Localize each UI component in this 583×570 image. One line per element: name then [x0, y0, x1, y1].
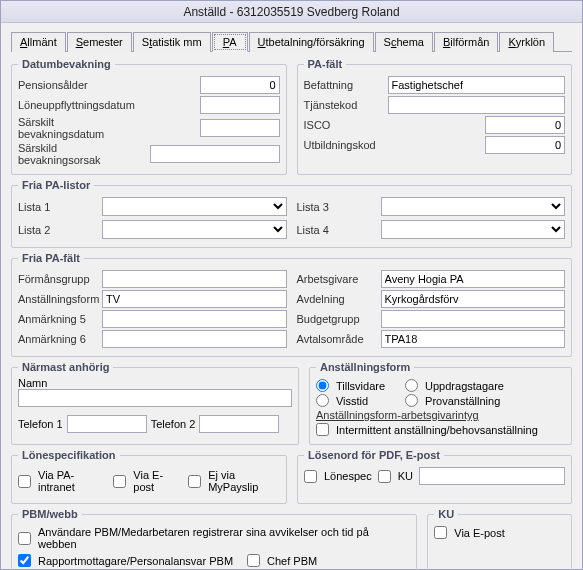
input-arbetsgivare[interactable]	[381, 270, 566, 288]
link-anstallningsform-intyg[interactable]: Anställningsform-arbetsgivarintyg	[316, 409, 565, 421]
check-ej-mypayslip[interactable]	[188, 475, 201, 488]
select-lista2[interactable]	[102, 220, 287, 239]
legend-pbm: PBM/webb	[18, 508, 82, 520]
label-pbm-anvandare: Användare PBM/Medarbetaren registrerar s…	[38, 526, 410, 550]
input-pensionsalder[interactable]	[200, 76, 280, 94]
input-telefon1[interactable]	[67, 415, 147, 433]
input-anmarkning6[interactable]	[102, 330, 287, 348]
label-provanstallning: Provanställning	[425, 395, 500, 407]
label-ej-mypayslip: Ej via MyPayslip	[208, 469, 280, 493]
tab-statistik[interactable]: Statistik mm	[133, 32, 211, 52]
radio-visstid[interactable]	[316, 394, 329, 407]
input-losenord[interactable]	[419, 467, 565, 485]
input-sarskilt-datum[interactable]	[200, 119, 280, 137]
label-avdelning: Avdelning	[297, 293, 377, 305]
legend-datumbevakning: Datumbevakning	[18, 58, 115, 70]
check-pbm-rapport[interactable]	[18, 554, 31, 567]
check-intermittent[interactable]	[316, 423, 329, 436]
input-anmarkning5[interactable]	[102, 310, 287, 328]
legend-narmast: Närmast anhörig	[18, 361, 113, 373]
tab-pa[interactable]: PA	[212, 32, 248, 52]
label-utbildningskod: Utbildningskod	[304, 139, 384, 151]
label-ku-pw: KU	[398, 470, 413, 482]
input-befattning[interactable]	[388, 76, 566, 94]
input-budgetgrupp[interactable]	[381, 310, 566, 328]
label-lista1: Lista 1	[18, 201, 98, 213]
label-anstallningsform: Anställningsform	[18, 293, 98, 305]
group-narmast: Närmast anhörig Namn Telefon 1 Telefon 2	[11, 361, 299, 445]
group-datumbevakning: Datumbevakning Pensionsålder Löneuppflyt…	[11, 58, 287, 175]
label-pbm-chef: Chef PBM	[267, 555, 317, 567]
radio-provanstallning[interactable]	[405, 394, 418, 407]
tab-utbetalning[interactable]: Utbetalning/försäkring	[249, 32, 374, 52]
radio-uppdragstagare[interactable]	[405, 379, 418, 392]
label-visstid: Visstid	[336, 395, 368, 407]
input-tjanstekod[interactable]	[388, 96, 566, 114]
select-lista3[interactable]	[381, 197, 566, 216]
label-telefon1: Telefon 1	[18, 418, 63, 430]
check-pbm-anvandare[interactable]	[18, 532, 31, 545]
label-ku-epost: Via E-post	[454, 527, 505, 539]
label-namn: Namn	[18, 377, 292, 389]
legend-pafalt: PA-fält	[304, 58, 347, 70]
input-namn[interactable]	[18, 389, 292, 407]
label-avtalsomrade: Avtalsområde	[297, 333, 377, 345]
label-pbm-rapport: Rapportmottagare/Personalansvar PBM	[38, 555, 233, 567]
input-anstallningsform[interactable]	[102, 290, 287, 308]
tab-bar: Allmänt Semester Statistik mm PA Utbetal…	[11, 31, 572, 52]
label-sarskilt-datum: Särskilt bevakningsdatum	[18, 116, 138, 140]
radio-tillsvidare[interactable]	[316, 379, 329, 392]
label-tillsvidare: Tillsvidare	[336, 380, 385, 392]
label-formansgrupp: Förmånsgrupp	[18, 273, 98, 285]
group-losenord: Lösenord för PDF, E-post Lönespec KU	[297, 449, 572, 504]
tab-semester[interactable]: Semester	[67, 32, 132, 52]
check-ku-epost[interactable]	[434, 526, 447, 539]
tab-bilforman[interactable]: Bilförmån	[434, 32, 498, 52]
check-via-epost[interactable]	[113, 475, 126, 488]
legend-anstallningsform: Anställningsform	[316, 361, 414, 373]
label-anmarkning6: Anmärkning 6	[18, 333, 98, 345]
label-tjanstekod: Tjänstekod	[304, 99, 384, 111]
label-pensionsalder: Pensionsålder	[18, 79, 138, 91]
input-avdelning[interactable]	[381, 290, 566, 308]
label-via-intranet: Via PA-intranet	[38, 469, 103, 493]
input-isco[interactable]	[485, 116, 565, 134]
tab-schema[interactable]: Schema	[375, 32, 433, 52]
label-loneuppflyttning: Löneuppflyttningsdatum	[18, 99, 138, 111]
input-loneuppflyttning[interactable]	[200, 96, 280, 114]
input-sarskild-orsak[interactable]	[150, 145, 280, 163]
input-formansgrupp[interactable]	[102, 270, 287, 288]
check-ku-pw[interactable]	[378, 470, 391, 483]
select-lista4[interactable]	[381, 220, 566, 239]
input-avtalsomrade[interactable]	[381, 330, 566, 348]
label-sarskild-orsak: Särskild bevakningsorsak	[18, 142, 138, 166]
label-intermittent: Intermittent anställning/behovsanställni…	[336, 424, 538, 436]
input-utbildningskod[interactable]	[485, 136, 565, 154]
legend-ku: KU	[434, 508, 458, 520]
check-lonespec-pw[interactable]	[304, 470, 317, 483]
label-lista3: Lista 3	[297, 201, 377, 213]
label-isco: ISCO	[304, 119, 384, 131]
label-lista2: Lista 2	[18, 224, 98, 236]
legend-losenord: Lösenord för PDF, E-post	[304, 449, 444, 461]
group-pafalt: PA-fält Befattning Tjänstekod ISCO Utbil…	[297, 58, 573, 175]
group-fria-falt: Fria PA-fält Förmånsgrupp Anställningsfo…	[11, 252, 572, 357]
label-telefon2: Telefon 2	[151, 418, 196, 430]
check-via-intranet[interactable]	[18, 475, 31, 488]
check-pbm-chef[interactable]	[247, 554, 260, 567]
legend-lonespec: Lönespecifikation	[18, 449, 120, 461]
label-via-epost: Via E-post	[133, 469, 178, 493]
label-uppdragstagare: Uppdragstagare	[425, 380, 504, 392]
tab-allmant[interactable]: Allmänt	[11, 32, 66, 52]
select-lista1[interactable]	[102, 197, 287, 216]
tab-kyrklon[interactable]: Kyrklön	[499, 32, 554, 52]
window-title: Anställd - 6312035519 Svedberg Roland	[1, 1, 582, 23]
legend-fria-falt: Fria PA-fält	[18, 252, 84, 264]
group-ku: KU Via E-post	[427, 508, 572, 570]
input-telefon2[interactable]	[199, 415, 279, 433]
label-budgetgrupp: Budgetgrupp	[297, 313, 377, 325]
group-pbm: PBM/webb Användare PBM/Medarbetaren regi…	[11, 508, 417, 570]
group-anstallningsform: Anställningsform Tillsvidare Visstid Upp…	[309, 361, 572, 445]
group-lonespec: Lönespecifikation Via PA-intranet Via E-…	[11, 449, 287, 504]
label-anmarkning5: Anmärkning 5	[18, 313, 98, 325]
